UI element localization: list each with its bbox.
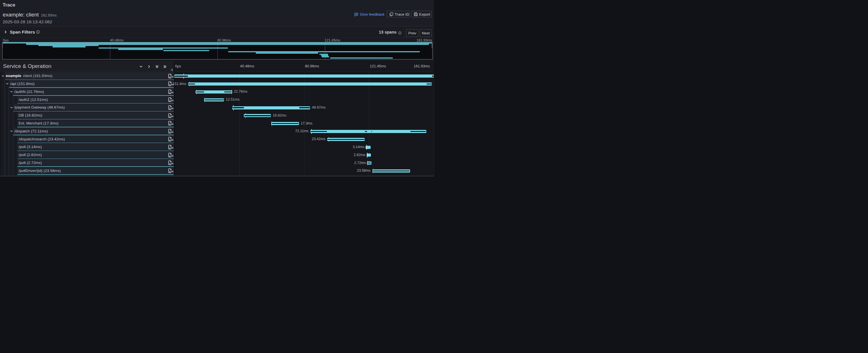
svg-text:LOG: LOG xyxy=(169,107,174,109)
svg-text:LOG: LOG xyxy=(169,76,174,78)
svg-text:LOG: LOG xyxy=(169,139,174,141)
svg-text:LOG: LOG xyxy=(169,155,174,157)
svg-text:LOG: LOG xyxy=(169,116,174,117)
svg-text:LOG: LOG xyxy=(169,163,174,165)
svg-text:LOG: LOG xyxy=(169,131,174,133)
svg-text:LOG: LOG xyxy=(169,147,174,149)
svg-text:LOG: LOG xyxy=(169,99,174,101)
svg-text:LOG: LOG xyxy=(169,123,174,125)
svg-text:LOG: LOG xyxy=(169,92,174,94)
svg-text:LOG: LOG xyxy=(169,170,174,172)
